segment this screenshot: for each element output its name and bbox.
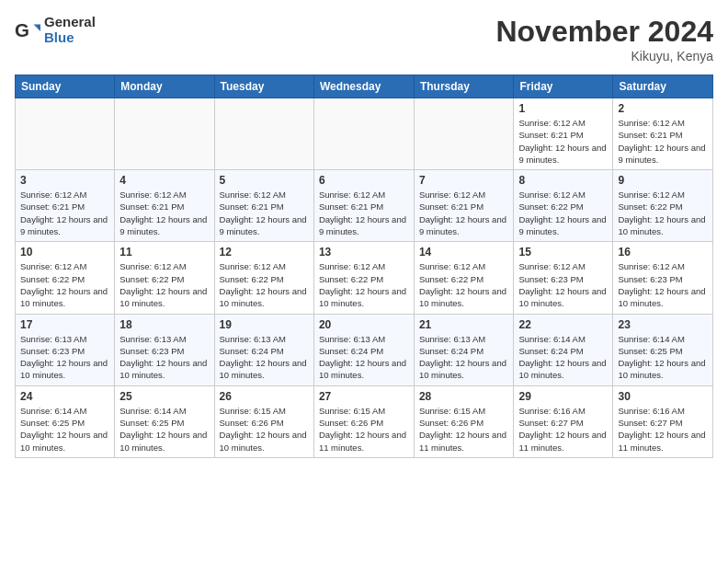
location: Kikuyu, Kenya bbox=[495, 49, 713, 63]
calendar: SundayMondayTuesdayWednesdayThursdayFrid… bbox=[15, 75, 713, 458]
calendar-cell: 30Sunrise: 6:16 AM Sunset: 6:27 PM Dayli… bbox=[613, 385, 713, 457]
day-info: Sunrise: 6:12 AM Sunset: 6:22 PM Dayligh… bbox=[220, 260, 309, 309]
calendar-week-row: 10Sunrise: 6:12 AM Sunset: 6:22 PM Dayli… bbox=[16, 242, 713, 314]
day-number: 7 bbox=[419, 174, 509, 187]
day-number: 10 bbox=[20, 246, 109, 259]
day-number: 18 bbox=[119, 318, 209, 331]
day-info: Sunrise: 6:14 AM Sunset: 6:25 PM Dayligh… bbox=[119, 405, 209, 454]
day-info: Sunrise: 6:12 AM Sunset: 6:23 PM Dayligh… bbox=[518, 260, 608, 309]
calendar-cell: 7Sunrise: 6:12 AM Sunset: 6:21 PM Daylig… bbox=[414, 170, 514, 242]
day-info: Sunrise: 6:12 AM Sunset: 6:22 PM Dayligh… bbox=[518, 189, 608, 237]
day-number: 9 bbox=[618, 174, 708, 187]
day-number: 5 bbox=[220, 174, 309, 187]
day-info: Sunrise: 6:12 AM Sunset: 6:22 PM Dayligh… bbox=[20, 260, 109, 309]
calendar-cell: 12Sunrise: 6:12 AM Sunset: 6:22 PM Dayli… bbox=[214, 242, 313, 314]
day-info: Sunrise: 6:12 AM Sunset: 6:22 PM Dayligh… bbox=[319, 260, 409, 309]
day-info: Sunrise: 6:16 AM Sunset: 6:27 PM Dayligh… bbox=[518, 405, 608, 454]
calendar-cell: 25Sunrise: 6:14 AM Sunset: 6:25 PM Dayli… bbox=[115, 385, 214, 457]
calendar-cell: 9Sunrise: 6:12 AM Sunset: 6:22 PM Daylig… bbox=[613, 170, 713, 242]
calendar-cell: 23Sunrise: 6:14 AM Sunset: 6:25 PM Dayli… bbox=[613, 314, 713, 385]
day-info: Sunrise: 6:12 AM Sunset: 6:22 PM Dayligh… bbox=[119, 260, 209, 309]
day-info: Sunrise: 6:15 AM Sunset: 6:26 PM Dayligh… bbox=[419, 405, 509, 454]
day-number: 12 bbox=[220, 246, 309, 259]
day-number: 22 bbox=[518, 318, 608, 331]
logo-blue: Blue bbox=[44, 30, 96, 46]
day-info: Sunrise: 6:12 AM Sunset: 6:21 PM Dayligh… bbox=[518, 117, 608, 166]
day-number: 19 bbox=[220, 318, 309, 331]
day-number: 17 bbox=[20, 318, 109, 331]
day-info: Sunrise: 6:12 AM Sunset: 6:21 PM Dayligh… bbox=[419, 189, 509, 237]
calendar-cell: 17Sunrise: 6:13 AM Sunset: 6:23 PM Dayli… bbox=[16, 314, 115, 385]
day-number: 25 bbox=[119, 390, 209, 403]
day-number: 27 bbox=[319, 390, 409, 403]
calendar-week-row: 17Sunrise: 6:13 AM Sunset: 6:23 PM Dayli… bbox=[16, 314, 713, 385]
calendar-cell: 19Sunrise: 6:13 AM Sunset: 6:24 PM Dayli… bbox=[214, 314, 313, 385]
day-info: Sunrise: 6:12 AM Sunset: 6:22 PM Dayligh… bbox=[618, 189, 708, 237]
calendar-cell bbox=[115, 98, 214, 170]
day-header-monday: Monday bbox=[115, 75, 214, 98]
calendar-cell: 26Sunrise: 6:15 AM Sunset: 6:26 PM Dayli… bbox=[214, 385, 313, 457]
calendar-cell bbox=[313, 98, 414, 170]
day-header-tuesday: Tuesday bbox=[214, 75, 313, 98]
day-info: Sunrise: 6:12 AM Sunset: 6:21 PM Dayligh… bbox=[119, 189, 209, 237]
day-info: Sunrise: 6:15 AM Sunset: 6:26 PM Dayligh… bbox=[220, 405, 309, 454]
day-number: 3 bbox=[20, 174, 109, 187]
calendar-cell: 24Sunrise: 6:14 AM Sunset: 6:25 PM Dayli… bbox=[16, 385, 115, 457]
calendar-cell bbox=[16, 98, 115, 170]
title-section: November 2024 Kikuyu, Kenya bbox=[495, 15, 713, 63]
calendar-cell: 15Sunrise: 6:12 AM Sunset: 6:23 PM Dayli… bbox=[514, 242, 613, 314]
calendar-cell: 6Sunrise: 6:12 AM Sunset: 6:21 PM Daylig… bbox=[313, 170, 414, 242]
page-header: G General Blue November 2024 Kikuyu, Ken… bbox=[15, 15, 713, 63]
day-number: 4 bbox=[119, 174, 209, 187]
calendar-cell bbox=[214, 98, 313, 170]
day-number: 20 bbox=[319, 318, 409, 331]
logo-text: General Blue bbox=[44, 15, 96, 45]
day-info: Sunrise: 6:14 AM Sunset: 6:25 PM Dayligh… bbox=[618, 333, 708, 382]
svg-marker-1 bbox=[34, 24, 40, 30]
day-number: 23 bbox=[618, 318, 708, 331]
day-info: Sunrise: 6:14 AM Sunset: 6:25 PM Dayligh… bbox=[20, 405, 109, 454]
calendar-week-row: 24Sunrise: 6:14 AM Sunset: 6:25 PM Dayli… bbox=[16, 385, 713, 457]
calendar-cell: 8Sunrise: 6:12 AM Sunset: 6:22 PM Daylig… bbox=[514, 170, 613, 242]
calendar-cell: 21Sunrise: 6:13 AM Sunset: 6:24 PM Dayli… bbox=[414, 314, 514, 385]
calendar-week-row: 1Sunrise: 6:12 AM Sunset: 6:21 PM Daylig… bbox=[16, 98, 713, 170]
day-number: 8 bbox=[518, 174, 608, 187]
day-number: 14 bbox=[419, 246, 509, 259]
calendar-cell: 16Sunrise: 6:12 AM Sunset: 6:23 PM Dayli… bbox=[613, 242, 713, 314]
day-info: Sunrise: 6:14 AM Sunset: 6:24 PM Dayligh… bbox=[518, 333, 608, 382]
day-header-friday: Friday bbox=[514, 75, 613, 98]
day-info: Sunrise: 6:12 AM Sunset: 6:23 PM Dayligh… bbox=[618, 260, 708, 309]
day-info: Sunrise: 6:12 AM Sunset: 6:21 PM Dayligh… bbox=[20, 189, 109, 237]
day-number: 16 bbox=[618, 246, 708, 259]
calendar-cell: 18Sunrise: 6:13 AM Sunset: 6:23 PM Dayli… bbox=[115, 314, 214, 385]
calendar-cell: 27Sunrise: 6:15 AM Sunset: 6:26 PM Dayli… bbox=[313, 385, 414, 457]
day-info: Sunrise: 6:16 AM Sunset: 6:27 PM Dayligh… bbox=[618, 405, 708, 454]
day-info: Sunrise: 6:12 AM Sunset: 6:21 PM Dayligh… bbox=[618, 117, 708, 166]
day-number: 15 bbox=[518, 246, 608, 259]
day-number: 30 bbox=[618, 390, 708, 403]
day-header-saturday: Saturday bbox=[613, 75, 713, 98]
day-number: 26 bbox=[220, 390, 309, 403]
day-number: 1 bbox=[518, 102, 608, 115]
day-number: 2 bbox=[618, 102, 708, 115]
calendar-cell bbox=[414, 98, 514, 170]
calendar-cell: 29Sunrise: 6:16 AM Sunset: 6:27 PM Dayli… bbox=[514, 385, 613, 457]
day-info: Sunrise: 6:13 AM Sunset: 6:24 PM Dayligh… bbox=[319, 333, 409, 382]
day-info: Sunrise: 6:15 AM Sunset: 6:26 PM Dayligh… bbox=[319, 405, 409, 454]
day-info: Sunrise: 6:13 AM Sunset: 6:23 PM Dayligh… bbox=[119, 333, 209, 382]
day-info: Sunrise: 6:12 AM Sunset: 6:22 PM Dayligh… bbox=[419, 260, 509, 309]
day-number: 29 bbox=[518, 390, 608, 403]
calendar-cell: 11Sunrise: 6:12 AM Sunset: 6:22 PM Dayli… bbox=[115, 242, 214, 314]
month-title: November 2024 bbox=[495, 15, 713, 49]
day-info: Sunrise: 6:13 AM Sunset: 6:23 PM Dayligh… bbox=[20, 333, 109, 382]
logo: G General Blue bbox=[15, 15, 96, 45]
day-info: Sunrise: 6:12 AM Sunset: 6:21 PM Dayligh… bbox=[319, 189, 409, 237]
day-number: 6 bbox=[319, 174, 409, 187]
day-number: 11 bbox=[119, 246, 209, 259]
calendar-cell: 28Sunrise: 6:15 AM Sunset: 6:26 PM Dayli… bbox=[414, 385, 514, 457]
calendar-cell: 1Sunrise: 6:12 AM Sunset: 6:21 PM Daylig… bbox=[514, 98, 613, 170]
calendar-header-row: SundayMondayTuesdayWednesdayThursdayFrid… bbox=[16, 75, 713, 98]
day-number: 21 bbox=[419, 318, 509, 331]
day-header-wednesday: Wednesday bbox=[313, 75, 414, 98]
calendar-cell: 10Sunrise: 6:12 AM Sunset: 6:22 PM Dayli… bbox=[16, 242, 115, 314]
